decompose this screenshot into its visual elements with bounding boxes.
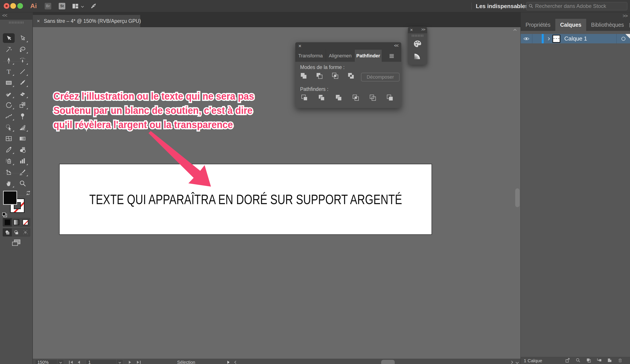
delete-icon[interactable] <box>618 358 623 364</box>
layer-row[interactable]: Calque 1 <box>521 34 630 43</box>
pathfinder-crop-icon[interactable] <box>352 94 359 102</box>
minimize-window-button[interactable] <box>10 3 16 9</box>
scroll-right-icon[interactable] <box>510 360 512 364</box>
stock-button[interactable]: St <box>59 3 65 10</box>
mesh-tool[interactable] <box>3 134 15 144</box>
artboard-number-field[interactable]: 1 <box>86 360 116 364</box>
pathfinder-minus-back-icon[interactable] <box>386 94 394 102</box>
decompose-button[interactable]: Décomposer <box>361 73 400 82</box>
zoom-level-field[interactable]: 150% <box>35 360 58 364</box>
layer-target-icon[interactable] <box>622 37 626 41</box>
pencil-tool[interactable] <box>3 89 15 99</box>
shape-mode-exclude-icon[interactable] <box>348 72 354 80</box>
curvature-tool[interactable] <box>17 56 28 65</box>
last-artboard-button[interactable] <box>137 360 141 364</box>
search-input[interactable] <box>535 3 625 9</box>
scroll-up-icon[interactable] <box>514 28 516 32</box>
eraser-tool[interactable] <box>17 89 28 99</box>
gradient-tool[interactable] <box>17 134 28 144</box>
zoom-tool[interactable] <box>17 178 28 188</box>
rectangle-tool[interactable] <box>3 78 15 88</box>
width-tool[interactable] <box>3 112 15 121</box>
selection-tool[interactable] <box>3 33 15 43</box>
layer-thumbnail[interactable] <box>552 35 560 43</box>
artboard[interactable]: TEXTE QUI APPARAÎTRA EN DORÉ SUR SUPPORT… <box>59 164 432 235</box>
pathfinder-trim-icon[interactable] <box>318 94 325 102</box>
fill-color-swatch[interactable] <box>3 191 17 205</box>
swatches-icon[interactable] <box>408 51 427 61</box>
new-layer-icon[interactable] <box>607 358 612 364</box>
hand-tool[interactable] <box>3 178 15 188</box>
status-play-icon[interactable] <box>228 360 230 364</box>
pathfinder-divide-icon[interactable] <box>301 94 308 102</box>
puppet-warp-tool[interactable] <box>17 112 28 121</box>
artboard-text[interactable]: TEXTE QUI APPARAÎTRA EN DORÉ SUR SUPPORT… <box>89 192 402 207</box>
collapse-dock-icon[interactable]: >> <box>622 13 627 19</box>
shape-mode-unite-icon[interactable] <box>300 72 307 80</box>
draw-normal-button[interactable] <box>3 228 12 236</box>
visibility-eye-icon[interactable] <box>521 37 532 41</box>
panel-menu-icon[interactable] <box>629 19 630 31</box>
workspace-switcher[interactable]: Les indispensables <box>476 3 528 10</box>
close-window-button[interactable] <box>4 3 10 9</box>
screen-mode-button[interactable] <box>12 239 21 248</box>
layer-name[interactable]: Calque 1 <box>564 35 616 42</box>
gradient-button[interactable] <box>12 218 21 226</box>
pathfinder-outline-icon[interactable] <box>369 94 376 102</box>
zoom-dropdown-icon[interactable] <box>58 360 64 364</box>
collapse-panel-icon[interactable]: << <box>394 43 398 48</box>
paintbrush-tool[interactable] <box>17 78 28 88</box>
tab-bibliotheques[interactable]: Bibliothèques <box>586 19 629 31</box>
direct-selection-tool[interactable] <box>17 33 28 43</box>
scroll-left-icon[interactable] <box>235 360 237 364</box>
make-clipping-mask-icon[interactable] <box>586 358 591 364</box>
expand-layer-chevron-icon[interactable] <box>547 37 550 41</box>
color-palette-icon[interactable] <box>408 39 427 48</box>
panel-menu-icon[interactable] <box>382 50 401 62</box>
rotate-tool[interactable] <box>3 100 15 110</box>
eyedropper-tool[interactable] <box>3 145 15 154</box>
shape-mode-minus-front-icon[interactable] <box>316 72 323 80</box>
lasso-tool[interactable] <box>17 44 28 54</box>
adobe-stock-search[interactable] <box>526 2 627 10</box>
magic-wand-tool[interactable] <box>3 44 15 54</box>
close-document-icon[interactable]: × <box>37 18 40 24</box>
draw-inside-button[interactable] <box>21 228 30 236</box>
locate-object-icon[interactable] <box>576 358 581 364</box>
next-artboard-button[interactable] <box>129 360 131 364</box>
previous-artboard-button[interactable] <box>78 360 80 364</box>
tab-transformation[interactable]: Transforma <box>295 50 326 62</box>
close-panel-icon[interactable]: × <box>298 43 302 49</box>
perspective-grid-tool[interactable] <box>17 123 28 132</box>
pathfinder-panel-header[interactable]: × << <box>295 42 401 50</box>
artboard-tool[interactable] <box>3 167 15 177</box>
horizontal-scrollbar-thumb[interactable] <box>381 360 395 364</box>
share-rocket-icon[interactable] <box>90 3 97 10</box>
line-segment-tool[interactable] <box>17 67 28 76</box>
tab-pathfinder[interactable]: Pathfinder <box>355 50 382 62</box>
symbol-sprayer-tool[interactable] <box>3 156 15 166</box>
new-sublayer-icon[interactable] <box>596 358 602 364</box>
color-button[interactable] <box>3 218 12 226</box>
artboard-dropdown-icon[interactable] <box>116 360 123 364</box>
type-tool[interactable]: T <box>3 67 15 76</box>
draw-behind-button[interactable] <box>12 228 21 236</box>
tab-proprietes[interactable]: Propriétés <box>521 19 555 31</box>
tab-calques[interactable]: Calques <box>555 19 586 31</box>
expand-panel-icon[interactable]: >> <box>421 28 425 32</box>
first-artboard-button[interactable] <box>69 360 73 364</box>
none-button[interactable] <box>21 218 30 226</box>
tab-alignement[interactable]: Alignemen <box>326 50 355 62</box>
pathfinder-merge-icon[interactable] <box>335 94 342 102</box>
blend-tool[interactable] <box>17 145 28 154</box>
shape-builder-tool[interactable] <box>3 123 15 132</box>
vertical-scrollbar-thumb[interactable] <box>515 188 520 207</box>
slice-tool[interactable] <box>17 167 28 177</box>
bridge-button[interactable]: Br <box>45 3 51 10</box>
scale-tool[interactable] <box>17 100 28 110</box>
collect-for-export-icon[interactable] <box>565 358 570 364</box>
shape-mode-intersect-icon[interactable] <box>332 72 339 80</box>
default-fill-stroke-icon[interactable] <box>2 212 8 218</box>
swap-fill-stroke-icon[interactable] <box>26 190 31 197</box>
column-graph-tool[interactable] <box>17 156 28 166</box>
